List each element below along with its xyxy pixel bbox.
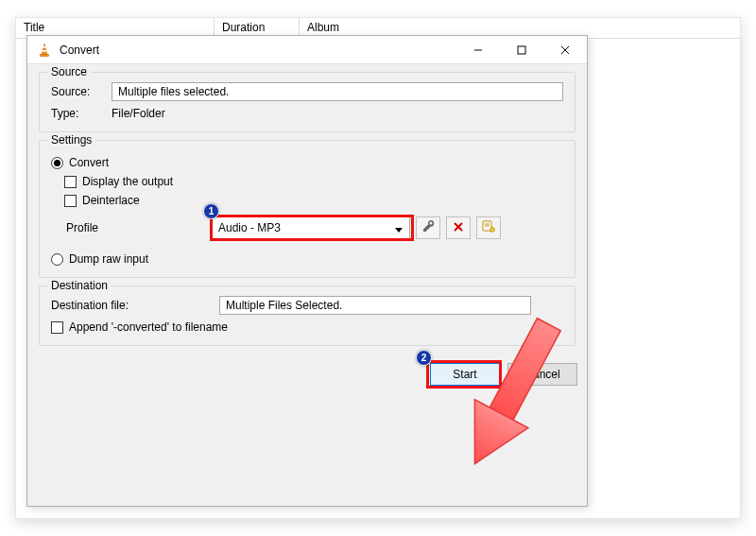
svg-rect-1 (43, 46, 46, 48)
destination-file-label: Destination file: (51, 299, 219, 312)
svg-rect-2 (42, 50, 46, 52)
annotation-badge-2: 2 (416, 350, 432, 366)
convert-dialog: Convert Source Source: Multiple files se… (26, 35, 588, 507)
settings-group: Settings Convert Display the output Dein… (39, 140, 576, 278)
convert-radio-label: Convert (69, 156, 109, 169)
profile-label: Profile (51, 221, 212, 234)
display-output-label: Display the output (82, 175, 173, 188)
minimize-button[interactable] (456, 36, 500, 64)
new-profile-icon (482, 219, 495, 236)
source-label: Source: (51, 85, 112, 98)
checkbox-icon (51, 321, 63, 334)
start-button[interactable]: Start (430, 363, 500, 386)
x-icon (453, 219, 464, 236)
dialog-title: Convert (60, 43, 99, 57)
destination-group-title: Destination (47, 279, 112, 292)
edit-profile-button[interactable] (416, 216, 440, 239)
cancel-button[interactable]: Cancel (507, 363, 577, 386)
type-label: Type: (51, 107, 112, 120)
convert-radio[interactable]: Convert (51, 156, 563, 169)
checkbox-icon (64, 176, 77, 188)
append-converted-label: Append '-converted' to filename (69, 320, 228, 334)
profile-combobox[interactable]: Audio - MP3 (212, 216, 410, 239)
deinterlace-checkbox[interactable]: Deinterlace (64, 194, 563, 207)
type-value: File/Folder (112, 107, 165, 120)
deinterlace-label: Deinterlace (82, 194, 140, 207)
wrench-icon (421, 219, 435, 236)
annotation-badge-1: 1 (203, 203, 219, 219)
source-group: Source Source: Multiple files selected. … (39, 72, 576, 132)
append-converted-checkbox[interactable]: Append '-converted' to filename (51, 320, 563, 334)
new-profile-button[interactable] (476, 216, 501, 239)
svg-rect-5 (518, 46, 525, 54)
dump-raw-radio[interactable]: Dump raw input (51, 252, 563, 266)
radio-on-icon (51, 157, 63, 169)
radio-off-icon (51, 253, 63, 266)
destination-group: Destination Destination file: Multiple F… (39, 285, 576, 346)
checkbox-icon (64, 195, 77, 207)
destination-file-input[interactable]: Multiple Files Selected. (219, 296, 531, 315)
vlc-cone-icon (37, 43, 52, 58)
svg-rect-3 (41, 54, 49, 56)
source-input[interactable]: Multiple files selected. (112, 82, 563, 101)
chevron-down-icon (394, 224, 404, 237)
svg-marker-0 (42, 43, 47, 55)
close-button[interactable] (543, 36, 587, 64)
dump-raw-label: Dump raw input (69, 252, 148, 266)
settings-group-title: Settings (47, 133, 95, 147)
titlebar: Convert (27, 36, 587, 64)
profile-value: Audio - MP3 (218, 221, 281, 234)
display-output-checkbox[interactable]: Display the output (64, 175, 563, 188)
svg-point-14 (490, 228, 495, 233)
maximize-button[interactable] (500, 36, 543, 64)
svg-marker-8 (395, 228, 403, 233)
source-group-title: Source (47, 65, 91, 78)
delete-profile-button[interactable] (446, 216, 471, 239)
